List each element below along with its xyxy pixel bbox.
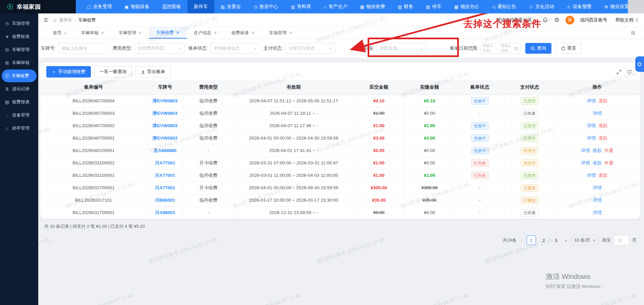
- tab-close-icon[interactable]: ✕: [176, 30, 179, 35]
- plate-link[interactable]: 川A77001: [155, 185, 175, 190]
- fee-type-select[interactable]: 全部费用类型∨: [134, 43, 184, 54]
- action-link[interactable]: 详情: [587, 98, 596, 103]
- tab-item[interactable]: 首页⌂: [46, 27, 74, 39]
- fullscreen-icon[interactable]: [616, 69, 622, 74]
- sidebar-item[interactable]: ◷车场管理: [0, 17, 38, 30]
- collapse-menu-icon[interactable]: ☰: [44, 17, 48, 23]
- sidebar-item[interactable]: ⌂岗亭管理: [0, 122, 38, 135]
- due-amount: ¥1.00: [373, 173, 384, 178]
- per-car-query-button[interactable]: 一车一账查询: [94, 66, 132, 78]
- action-link[interactable]: 详情: [587, 123, 596, 128]
- search-button[interactable]: 查询: [525, 43, 551, 54]
- tab-item[interactable]: 车辆管理✕: [112, 27, 149, 39]
- topbar-item[interactable]: ▥资料库: [284, 0, 317, 13]
- plate-link[interactable]: 川A77001: [155, 173, 175, 178]
- user-avatar[interactable]: 德: [566, 16, 574, 24]
- jump-page-input[interactable]: [614, 235, 629, 245]
- action-link[interactable]: 退款: [598, 136, 607, 141]
- topbar-item[interactable]: ⌂资产住户: [318, 0, 354, 13]
- topbar-item[interactable]: ▦物业收费: [354, 0, 391, 13]
- tab-item[interactable]: 车场管理✕: [262, 27, 300, 39]
- refresh-icon[interactable]: [627, 69, 632, 74]
- plate-link[interactable]: 津EVW0803: [153, 123, 177, 128]
- action-link[interactable]: 详情: [593, 198, 602, 203]
- sidebar-item[interactable]: ◌设备管理: [0, 109, 38, 121]
- topbar-item[interactable]: ▨停车: [420, 0, 448, 13]
- topbar-item[interactable]: ▧财务: [391, 0, 420, 13]
- plate-link[interactable]: 川A77001: [155, 160, 175, 165]
- page-number-3[interactable]: 3: [551, 236, 561, 245]
- breadcrumb-section[interactable]: 新停车: [59, 17, 72, 23]
- action-link[interactable]: 详情: [581, 160, 590, 165]
- settings-gear-icon[interactable]: ⚙: [554, 16, 559, 23]
- tab-item[interactable]: 收费标准✕: [224, 27, 262, 39]
- topbar-item[interactable]: 监控面板: [156, 0, 187, 13]
- tab-close-icon[interactable]: ✕: [139, 31, 142, 35]
- page-number-1[interactable]: 1: [527, 236, 536, 245]
- reset-button[interactable]: 重置: [555, 43, 582, 54]
- topbar-item-label: 设备预警: [573, 4, 592, 10]
- tab-layout-grid-icon[interactable]: ⊞: [631, 30, 635, 36]
- home-icon[interactable]: ⌂: [53, 17, 56, 23]
- plate-link[interactable]: 津EVW0803: [153, 98, 177, 103]
- tab-close-icon[interactable]: ✕: [251, 31, 255, 35]
- bill-status-select[interactable]: 全部账单状态∨: [210, 43, 260, 54]
- topbar-item[interactable]: ⚠设备预警: [560, 0, 598, 13]
- plate-input[interactable]: [58, 43, 109, 54]
- tab-close-icon[interactable]: ✕: [101, 31, 104, 35]
- topbar-item[interactable]: ▣智能设备: [118, 0, 156, 13]
- page-size-select[interactable]: 10 条/页∨: [571, 235, 599, 245]
- community-name: 测试德玛西亚社区: [496, 17, 532, 23]
- sidebar-item[interactable]: ⊞车辆审核: [0, 56, 38, 69]
- bill-status-badge: 生效中: [471, 122, 489, 130]
- topbar-item[interactable]: ◁通知公告: [486, 0, 523, 13]
- tab-active[interactable]: 车辆收费✕: [149, 27, 187, 39]
- community-selector[interactable]: 测试德玛西亚社区 ∨: [496, 17, 536, 23]
- topbar-item[interactable]: ▤业委会: [214, 0, 247, 13]
- action-link[interactable]: 退款: [598, 123, 607, 128]
- plate-link[interactable]: 津EVW0803: [153, 136, 177, 141]
- action-link[interactable]: 收款: [593, 148, 602, 153]
- plate-link[interactable]: 津EVW0803: [153, 111, 177, 116]
- sidebar-item[interactable]: ⊟车辆管理: [0, 43, 38, 56]
- tab-close-icon[interactable]: ✕: [214, 31, 217, 35]
- action-link[interactable]: 详情: [593, 111, 602, 116]
- help-doc-link[interactable]: 帮助文档《: [615, 17, 638, 23]
- sidebar-item[interactable]: ¥车辆收费: [2, 69, 37, 82]
- pay-status-select[interactable]: 全部支付状态∨: [285, 43, 335, 54]
- action-link[interactable]: 详情: [593, 185, 602, 190]
- topbar-item[interactable]: 新停车: [187, 0, 214, 13]
- add-charge-button[interactable]: ＋手动新增收费: [46, 66, 91, 78]
- action-link[interactable]: 退款: [598, 98, 607, 103]
- topbar-item[interactable]: ▩物业办公: [448, 0, 485, 13]
- sidebar-item[interactable]: ¥收费标准: [0, 30, 38, 43]
- topbar-item[interactable]: ◷推送中心: [247, 0, 284, 13]
- action-link[interactable]: 详情: [587, 136, 596, 141]
- notification-bell-icon[interactable]: [542, 17, 548, 23]
- sidebar-item[interactable]: ⇅进出记录: [0, 83, 38, 95]
- action-link[interactable]: 收款: [593, 160, 602, 165]
- plate-link[interactable]: 川B66001: [155, 198, 175, 203]
- topbar-item[interactable]: ▢业务受理: [80, 0, 118, 13]
- sidebar-item[interactable]: ▤收费报表: [0, 96, 38, 108]
- next-page-icon[interactable]: ›: [564, 238, 568, 243]
- action-link[interactable]: 退款: [598, 173, 607, 178]
- plate-link[interactable]: 川A88001: [155, 210, 175, 215]
- plate-link[interactable]: 京A888880: [154, 148, 176, 153]
- tab-item[interactable]: 住户信息✕: [187, 27, 224, 39]
- date-range-picker[interactable]: 请输入开始... → 请输入结束...: [480, 43, 521, 54]
- topbar-item[interactable]: ☺文化活动: [523, 0, 560, 13]
- tab-close-icon[interactable]: ✕: [289, 31, 292, 35]
- account-name[interactable]: 德玛西亚账号: [580, 17, 607, 23]
- action-link[interactable]: 详情: [593, 210, 602, 215]
- action-link[interactable]: 详情: [587, 173, 596, 178]
- action-link[interactable]: 作废: [604, 148, 613, 153]
- parking-lot-select[interactable]: 全部车场∨: [376, 43, 426, 54]
- tab-item[interactable]: 车辆审核✕: [74, 27, 112, 39]
- action-link[interactable]: 详情: [581, 148, 590, 153]
- page-number-2[interactable]: 2: [539, 236, 548, 245]
- export-bills-button[interactable]: 导出账单: [136, 66, 171, 78]
- customer-service-button[interactable]: [635, 56, 644, 72]
- action-link[interactable]: 作废: [604, 160, 613, 165]
- prev-page-icon[interactable]: ‹: [520, 238, 524, 243]
